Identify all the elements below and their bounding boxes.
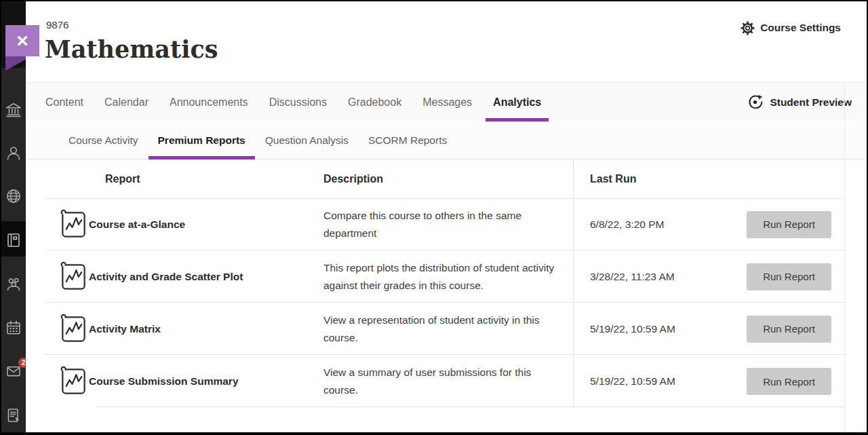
report-description: This report plots the distribution of st… — [323, 259, 562, 295]
sidebar-item-activity-stream[interactable] — [5, 187, 22, 205]
sidebar-item-institution[interactable] — [5, 101, 22, 119]
sidebar-item-messages[interactable]: 2 — [5, 362, 22, 380]
grades-icon — [5, 406, 22, 424]
column-header-description: Description — [323, 159, 383, 199]
analytics-subtabbar: Course Activity Premium Reports Question… — [26, 121, 867, 159]
sidebar-item-grades[interactable] — [5, 406, 22, 424]
report-chart-icon — [58, 313, 88, 345]
run-report-button[interactable]: Run Report — [747, 211, 831, 238]
report-description: View a representation of student activit… — [323, 311, 562, 347]
report-name: Course at-a-Glance — [89, 219, 185, 231]
profile-icon — [5, 145, 22, 162]
course-settings-button[interactable]: Course Settings — [741, 19, 841, 37]
sidebar-item-profile[interactable] — [5, 145, 22, 162]
student-preview-icon — [747, 94, 764, 111]
subtab-course-activity[interactable]: Course Activity — [68, 121, 138, 159]
student-preview-button[interactable]: Student Preview — [747, 83, 852, 121]
column-header-last-run: Last Run — [590, 159, 636, 199]
report-chart-icon — [58, 261, 88, 292]
gear-icon — [741, 21, 755, 35]
report-description: View a summary of user submissions for t… — [323, 364, 562, 399]
run-report-button[interactable]: Run Report — [747, 316, 831, 343]
globe-icon — [5, 187, 22, 205]
course-settings-label: Course Settings — [760, 22, 841, 34]
table-row: Course at-a-Glance Compare this course t… — [45, 199, 844, 250]
report-name: Course Submission Summary — [89, 375, 239, 387]
tab-analytics[interactable]: Analytics — [493, 83, 541, 121]
run-report-button[interactable]: Run Report — [747, 263, 831, 290]
course-content-panel: 9876 Mathematics Course Settings Content — [26, 1, 867, 432]
report-last-run: 3/28/22, 11:23 AM — [590, 271, 675, 283]
table-row: Activity and Grade Scatter Plot This rep… — [45, 251, 844, 303]
table-bottom-divider — [97, 406, 844, 407]
notification-badge: 2 — [18, 358, 26, 368]
tab-calendar[interactable]: Calendar — [104, 83, 149, 121]
report-last-run: 5/19/22, 10:59 AM — [590, 323, 675, 335]
report-name: Activity Matrix — [89, 323, 161, 335]
table-row: Activity Matrix View a representation of… — [45, 303, 844, 355]
tab-messages[interactable]: Messages — [422, 83, 472, 121]
course-id: 9876 — [46, 19, 68, 31]
tab-content[interactable]: Content — [45, 83, 83, 121]
column-header-report: Report — [105, 159, 140, 199]
report-chart-icon — [58, 366, 88, 398]
page-title: Mathematics — [45, 35, 218, 63]
reports-table-header: Report Description Last Run — [45, 159, 844, 199]
content-right-divider — [844, 83, 845, 432]
table-column-divider — [573, 159, 574, 407]
subtab-scorm-reports[interactable]: SCORM Reports — [368, 121, 447, 159]
courses-icon — [5, 231, 22, 249]
sidebar-item-organizations[interactable] — [5, 276, 22, 293]
tab-announcements[interactable]: Announcements — [170, 83, 248, 121]
report-name: Activity and Grade Scatter Plot — [89, 271, 243, 283]
table-row: Course Submission Summary View a summary… — [45, 356, 844, 407]
report-description: Compare this course to others in the sam… — [323, 207, 562, 242]
organizations-icon — [5, 276, 22, 293]
subtab-premium-reports[interactable]: Premium Reports — [158, 121, 245, 159]
close-course-button[interactable]: × — [5, 25, 39, 56]
institution-icon — [5, 101, 22, 119]
tab-gradebook[interactable]: Gradebook — [348, 83, 401, 121]
sidebar-item-courses[interactable] — [5, 231, 22, 249]
course-nav-tabbar: Content Calendar Announcements Discussio… — [26, 82, 867, 121]
report-last-run: 5/19/22, 10:59 AM — [590, 375, 675, 387]
sidebar-item-calendar[interactable] — [5, 319, 22, 337]
subtab-question-analysis[interactable]: Question Analysis — [265, 121, 349, 159]
app-window: 2 × 9876 Mathematics — [0, 0, 868, 435]
calendar-icon — [5, 319, 22, 337]
tab-discussions[interactable]: Discussions — [269, 83, 327, 121]
run-report-button[interactable]: Run Report — [747, 368, 831, 395]
close-icon: × — [16, 31, 28, 51]
student-preview-label: Student Preview — [770, 96, 852, 109]
report-chart-icon — [58, 208, 88, 240]
report-last-run: 6/8/22, 3:20 PM — [590, 219, 664, 231]
